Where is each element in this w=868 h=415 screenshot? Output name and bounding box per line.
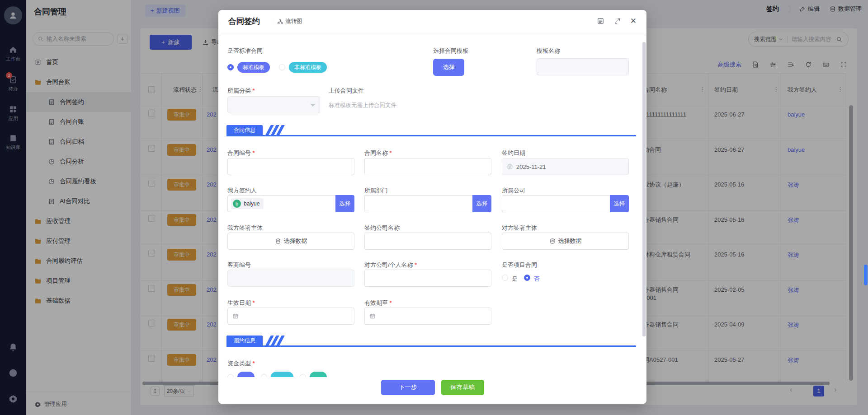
page-scrollbar-thumb[interactable] xyxy=(864,265,868,285)
std-template-radio[interactable] xyxy=(227,64,234,70)
std-template-tag[interactable]: 标准模板 xyxy=(237,62,270,73)
upload-hint: 标准模板无需上传合同文件 xyxy=(329,102,396,109)
flow-chart-icon xyxy=(277,19,283,25)
template-select-button[interactable]: 选择 xyxy=(433,59,464,76)
vendor-no-input[interactable] xyxy=(227,270,354,287)
database-icon xyxy=(549,238,556,244)
our-signer-input[interactable]: b baiyue xyxy=(227,195,335,212)
user-chip[interactable]: b baiyue xyxy=(231,198,264,209)
our-signer-select-button[interactable]: 选择 xyxy=(335,195,354,212)
effective-date-label: 生效日期 xyxy=(227,299,255,307)
contract-signing-modal: 合同签约 流转图 ✕ 是否标准合同 标准模板 非标准模板 选择合同模板 选择 模… xyxy=(218,10,646,404)
template-name-input[interactable] xyxy=(537,58,629,75)
vendor-no-label: 客商编号 xyxy=(227,261,251,269)
contract-no-label: 合同编号 xyxy=(227,149,255,157)
sign-date-input[interactable]: 2025-11-21 xyxy=(502,158,629,175)
app-screen: 工作台 2 待办 应用 知识库 合同管理 + 首页 xyxy=(0,0,868,415)
next-step-button[interactable]: 下一步 xyxy=(381,380,435,395)
divider xyxy=(218,35,646,35)
our-signer-label: 我方签约人 xyxy=(227,187,257,195)
dept-label: 所属部门 xyxy=(364,187,388,195)
modal-footer: 下一步 保存草稿 xyxy=(218,377,646,404)
other-name-input[interactable] xyxy=(364,270,491,287)
database-icon xyxy=(275,238,281,244)
our-signer-field: b baiyue 选择 xyxy=(227,195,354,212)
project-yes-label: 是 xyxy=(512,275,518,283)
other-name-label: 对方公司/个人名称 xyxy=(364,261,417,269)
effective-date-input[interactable] xyxy=(227,308,354,325)
calendar-icon xyxy=(507,163,513,170)
expiry-date-input[interactable] xyxy=(364,308,491,325)
std-contract-label: 是否标准合同 xyxy=(227,47,263,55)
divider xyxy=(272,18,272,25)
our-entity-label: 我方签署主体 xyxy=(227,224,263,232)
chevron-down-icon xyxy=(311,104,315,107)
company-input[interactable] xyxy=(502,195,610,212)
project-no-label: 否 xyxy=(534,275,540,283)
project-no-radio[interactable] xyxy=(524,275,530,281)
contract-name-label: 合同名称 xyxy=(364,149,392,157)
template-name-label: 模板名称 xyxy=(537,47,560,55)
contract-no-input[interactable] xyxy=(227,158,354,175)
expiry-date-label: 有效期至 xyxy=(364,299,392,307)
sign-company-label: 签约公司名称 xyxy=(364,224,400,232)
form-view-icon[interactable] xyxy=(597,17,604,25)
fund-type-label: 资金类型 xyxy=(227,359,255,368)
sign-company-input[interactable] xyxy=(364,233,491,250)
section-contract-info: 合同信息 xyxy=(226,125,636,136)
sign-date-label: 签约日期 xyxy=(502,149,525,157)
company-label: 所属公司 xyxy=(502,187,525,195)
modal-header-actions: ✕ xyxy=(597,17,637,25)
category-select[interactable] xyxy=(227,96,320,113)
flow-chart-link[interactable]: 流转图 xyxy=(277,18,302,25)
close-icon[interactable]: ✕ xyxy=(630,17,637,25)
is-project-label: 是否项目合同 xyxy=(502,261,537,269)
calendar-icon xyxy=(369,313,376,319)
company-select-button[interactable]: 选择 xyxy=(610,195,629,212)
category-label: 所属分类 xyxy=(227,87,255,95)
other-entity-select-data[interactable]: 选择数据 xyxy=(502,233,629,250)
section-performance-info: 履约信息 xyxy=(226,336,636,347)
template-select-label: 选择合同模板 xyxy=(433,47,468,55)
save-draft-button[interactable]: 保存草稿 xyxy=(441,380,484,395)
non-std-template-radio[interactable] xyxy=(279,64,285,70)
project-yes-radio[interactable] xyxy=(502,275,508,281)
dept-input[interactable] xyxy=(364,195,472,212)
calendar-icon xyxy=(232,313,239,319)
non-std-template-tag[interactable]: 非标准模板 xyxy=(289,62,327,73)
modal-title: 合同签约 xyxy=(228,16,260,27)
modal-scrollbar-thumb[interactable] xyxy=(642,42,646,336)
dept-select-button[interactable]: 选择 xyxy=(472,195,491,212)
expand-icon[interactable] xyxy=(614,18,621,24)
our-entity-select-data[interactable]: 选择数据 xyxy=(227,233,354,250)
other-entity-label: 对方签署主体 xyxy=(502,224,537,232)
upload-label: 上传合同文件 xyxy=(329,87,364,95)
company-field: 选择 xyxy=(502,195,629,212)
avatar: b xyxy=(233,200,241,208)
dept-field: 选择 xyxy=(364,195,491,212)
contract-name-input[interactable] xyxy=(364,158,491,175)
